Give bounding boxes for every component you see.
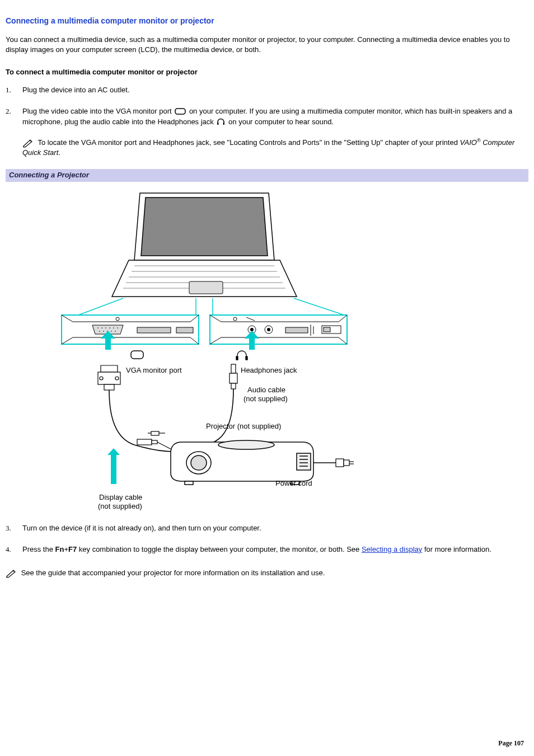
svg-rect-58 <box>185 481 193 485</box>
svg-point-44 <box>100 377 103 380</box>
svg-rect-41 <box>236 356 238 360</box>
projector-diagram-svg <box>45 187 392 512</box>
svg-rect-51 <box>152 440 157 444</box>
step-3: 3. Turn on the device (if it is not alre… <box>22 523 528 533</box>
fig-label-audio2: (not supplied) <box>243 394 288 404</box>
text-fragment: + <box>64 545 68 553</box>
headphones-icon <box>217 118 225 126</box>
text-fragment: See the guide that accompanied your proj… <box>21 569 325 577</box>
fig-label-vga: VGA monitor port <box>126 365 182 375</box>
svg-point-21 <box>103 331 104 332</box>
steps-list: 1. Plug the device into an AC outlet. 2.… <box>6 85 528 158</box>
step-number: 2. <box>6 106 11 116</box>
svg-point-34 <box>267 328 270 331</box>
svg-rect-50 <box>137 439 152 445</box>
pencil-note-icon <box>22 139 35 148</box>
svg-rect-0 <box>175 109 185 114</box>
step-2-note: To locate the VGA monitor port and Headp… <box>22 137 528 158</box>
registered-mark: ® <box>477 138 481 143</box>
selecting-display-link[interactable]: Selecting a display <box>362 545 422 553</box>
text-fragment: Plug the video cable into the VGA monito… <box>22 107 174 115</box>
svg-rect-40 <box>131 351 143 359</box>
steps-list-continued: 3. Turn on the device (if it is not alre… <box>6 523 528 555</box>
svg-rect-8 <box>189 281 223 294</box>
text-fragment: . <box>58 148 60 157</box>
svg-rect-26 <box>137 327 171 333</box>
svg-rect-35 <box>285 327 308 333</box>
svg-point-45 <box>115 377 119 380</box>
text-fragment: key combination to toggle the display be… <box>77 545 362 553</box>
svg-point-14 <box>97 327 99 328</box>
svg-rect-52 <box>151 431 159 435</box>
step-text: Plug the device into an AC outlet. <box>22 86 130 94</box>
svg-rect-42 <box>246 356 247 360</box>
diagram-placeholder: VGA monitor port Headphones jack Audio c… <box>45 187 392 512</box>
svg-point-15 <box>101 327 102 328</box>
page-title: Connecting a multimedia computer monitor… <box>6 16 528 27</box>
text-fragment: for more information. <box>422 545 491 553</box>
step-text: Press the Fn+F7 key combination to toggl… <box>22 545 491 553</box>
figure-caption: Connecting a Projector <box>6 169 528 181</box>
svg-line-12 <box>294 298 344 315</box>
step-number: 3. <box>6 523 11 533</box>
fig-label-headphones: Headphones jack <box>241 365 297 375</box>
key-fn: Fn <box>55 545 64 553</box>
svg-point-16 <box>105 327 106 328</box>
text-fragment: Press the <box>22 545 55 553</box>
figure-diagram: VGA monitor port Headphones jack Audio c… <box>6 182 528 512</box>
svg-rect-27 <box>176 327 193 333</box>
svg-rect-39 <box>324 327 330 332</box>
intro-paragraph: You can connect a multimedia device, suc… <box>6 35 528 55</box>
svg-rect-48 <box>229 373 237 383</box>
svg-line-9 <box>78 298 123 315</box>
fig-label-projector: Projector (not supplied) <box>206 421 281 431</box>
key-f7: F7 <box>68 545 77 553</box>
svg-rect-2 <box>223 123 224 125</box>
svg-rect-66 <box>344 460 349 466</box>
final-note: See the guide that accompanied your proj… <box>6 568 528 578</box>
svg-point-57 <box>218 440 274 449</box>
svg-rect-47 <box>231 364 236 373</box>
svg-rect-1 <box>218 123 219 125</box>
fig-label-display2: (not supplied) <box>98 501 142 511</box>
svg-point-20 <box>99 331 100 332</box>
sub-heading: To connect a multimedia computer monitor… <box>6 67 528 77</box>
text-fragment: on your computer to hear sound. <box>226 118 334 126</box>
svg-rect-49 <box>231 383 236 389</box>
step-number: 4. <box>6 544 11 555</box>
step-2: 2. Plug the video cable into the VGA mon… <box>22 106 528 158</box>
svg-point-19 <box>117 327 118 328</box>
step-number: 1. <box>6 85 11 95</box>
text-fragment: To locate the VGA monitor port and Headp… <box>38 138 460 147</box>
pencil-note-icon <box>6 569 18 578</box>
svg-point-18 <box>113 327 114 328</box>
step-1: 1. Plug the device into an AC outlet. <box>22 85 528 95</box>
step-4: 4. Press the Fn+F7 key combination to to… <box>22 544 528 555</box>
svg-point-24 <box>115 331 116 332</box>
fig-label-powercord: Power cord <box>275 478 312 489</box>
step-text: Plug the video cable into the VGA monito… <box>22 107 512 125</box>
text-fragment: VAIO <box>460 138 477 147</box>
svg-point-17 <box>109 327 110 328</box>
step-text: Turn on the device (if it is not already… <box>22 524 261 532</box>
vga-port-icon <box>175 107 186 115</box>
svg-point-56 <box>191 456 207 470</box>
svg-rect-46 <box>104 384 114 390</box>
svg-point-23 <box>111 331 112 332</box>
svg-rect-65 <box>336 459 344 467</box>
